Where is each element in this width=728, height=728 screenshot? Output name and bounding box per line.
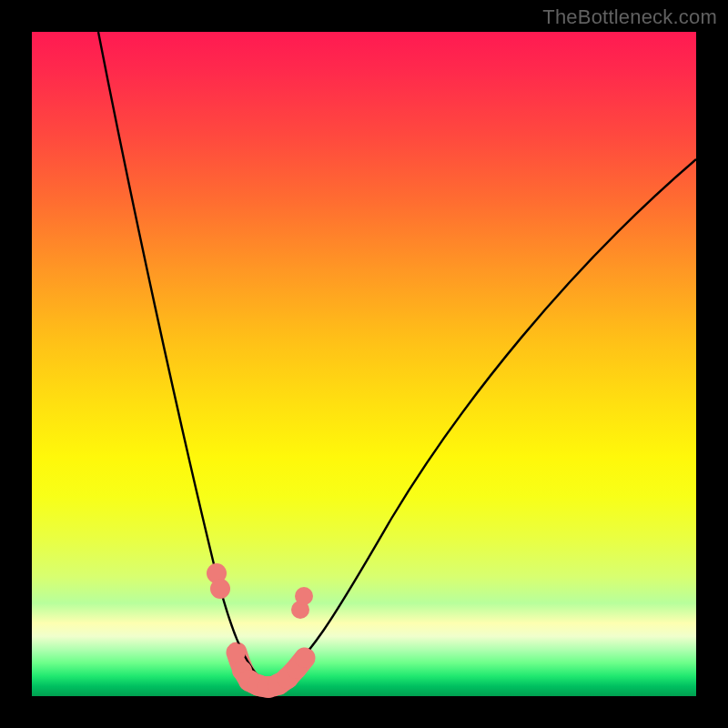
marker-dot (228, 643, 246, 662)
watermark-text: TheBottleneck.com (542, 5, 717, 29)
markers-group (207, 563, 315, 698)
chart-svg (32, 32, 696, 696)
marker-dot (295, 648, 315, 668)
marker-dot (210, 579, 230, 599)
plot-area (32, 32, 696, 696)
curve-left (98, 32, 269, 686)
chart-frame: TheBottleneck.com (0, 0, 728, 728)
curve-right (269, 159, 696, 686)
marker-dot (295, 587, 313, 605)
